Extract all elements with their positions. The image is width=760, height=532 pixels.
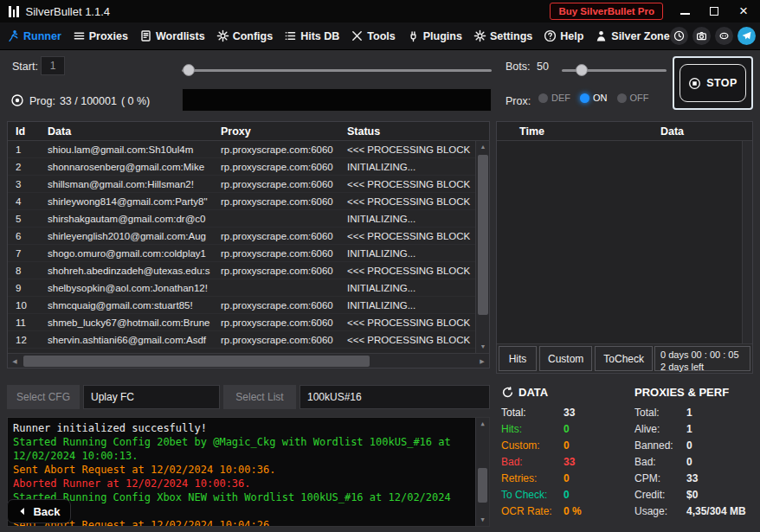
stat-row: Total:1 <box>634 404 756 420</box>
nav-item-wordlists[interactable]: Wordlists <box>139 29 205 42</box>
tab-hits[interactable]: Hits <box>499 346 537 371</box>
tabs-host: HitsCustomToCheck <box>497 344 654 373</box>
camera-button[interactable] <box>692 27 711 45</box>
slider-thumb[interactable] <box>183 64 195 76</box>
telegram-button[interactable] <box>737 27 756 45</box>
stop-icon <box>688 77 701 90</box>
start-input[interactable] <box>41 56 65 75</box>
scrollbar-thumb[interactable] <box>23 356 370 367</box>
proxies-icon <box>73 29 86 42</box>
stat-row: OCR Rate:0 % <box>501 503 629 519</box>
results-scrollbar[interactable] <box>742 141 752 343</box>
select-list-button[interactable]: Select List <box>223 385 296 409</box>
maximize-button[interactable] <box>706 4 722 18</box>
nav-item-hits-db[interactable]: Hits DB <box>284 29 339 42</box>
cell-status: <<< PROCESSING BLOCK <box>344 196 489 207</box>
log-lines: Runner initialized succesfully!Started R… <box>13 421 472 527</box>
cell-status: INITIALIZING... <box>344 214 489 224</box>
scroll-down-arrow[interactable]: ▼ <box>476 341 490 353</box>
stat-row: To Check:0 <box>501 486 629 503</box>
scroll-left-arrow[interactable]: ◀ <box>8 354 22 369</box>
start-slider[interactable] <box>182 64 492 76</box>
nav-item-runner[interactable]: Runner <box>7 29 61 42</box>
cell-proxy: rp.proxyscrape.com:6060 <box>217 300 344 311</box>
table-row[interactable]: 7shogo.omuro@gmail.com:coldplay1rp.proxy… <box>8 245 489 262</box>
table-row[interactable]: 5shirshakgautam@gmail.com:dr@c0INITIALIZ… <box>8 210 489 228</box>
scrollbar-thumb[interactable] <box>478 155 488 315</box>
back-button-label: Back <box>33 505 60 518</box>
data-stats: DATA Total:33Hits:0Custom:0Bad:33Retries… <box>501 386 629 519</box>
stat-label: Hits: <box>501 423 564 435</box>
slider-thumb[interactable] <box>576 64 588 76</box>
column-header-data: Data <box>41 125 217 138</box>
prox-option-off[interactable]: OFF <box>617 93 649 103</box>
radio-label: ON <box>593 93 608 103</box>
time-remaining: 2 days left <box>660 361 744 373</box>
list-value[interactable]: 100kUS#16 <box>299 385 490 409</box>
cell-data: shirshakgautam@gmail.com:dr@c0 <box>41 214 217 224</box>
scroll-up-arrow[interactable]: ▲ <box>476 141 490 153</box>
stat-value: 1 <box>686 407 692 419</box>
nav-item-configs[interactable]: Configs <box>216 29 274 42</box>
select-cfg-button[interactable]: Select CFG <box>7 385 80 409</box>
app-logo-icon <box>9 5 19 17</box>
cell-data: shohreh.abedinzadeh@utexas.edu:s <box>41 266 217 276</box>
nav-item-settings[interactable]: Settings <box>473 29 532 42</box>
table-row[interactable]: 1shiou.lam@gmail.com:Sh10ul4mrp.proxyscr… <box>8 141 489 158</box>
table-row[interactable]: 12shervin.ashtiani66@gmail.com:Asdfrp.pr… <box>8 331 489 349</box>
buy-pro-button[interactable]: Buy SilverBullet Pro <box>550 3 663 20</box>
table-row[interactable]: 4shirleywong814@gmail.com:Party8"rp.prox… <box>8 193 489 210</box>
cell-proxy: rp.proxyscrape.com:6060 <box>217 179 344 189</box>
discord-button[interactable] <box>715 27 733 45</box>
close-button[interactable]: × <box>736 7 751 16</box>
bots-slider[interactable] <box>562 64 667 76</box>
cell-data: shmcquaig@gmail.com:stuart85! <box>41 300 217 311</box>
table-row[interactable]: 3shillsman@gmail.com:Hillsman2!rp.proxys… <box>8 176 489 193</box>
tab-tocheck[interactable]: ToCheck <box>595 346 653 371</box>
runner-table: IdDataProxyStatus 1shiou.lam@gmail.com:S… <box>7 121 490 369</box>
nav-item-proxies[interactable]: Proxies <box>73 29 128 42</box>
nav-item-tools[interactable]: Tools <box>351 29 395 42</box>
prox-label: Prox: <box>506 95 531 107</box>
nav-item-help[interactable]: Help <box>544 29 583 42</box>
progress-bar <box>182 88 492 112</box>
table-row[interactable]: 2shonnarosenberg@gmail.com:Mikerp.proxys… <box>8 158 489 176</box>
prox-option-on[interactable]: ON <box>580 93 608 103</box>
back-button[interactable]: Back <box>7 499 71 523</box>
clock-button[interactable] <box>670 27 688 45</box>
table-row[interactable]: 6shirleyenglish2010@gmail.com:Augrp.prox… <box>8 228 489 245</box>
log-scrollbar[interactable]: ▲ ▼ <box>475 418 489 526</box>
stat-row: Hits:0 <box>501 420 629 437</box>
nav-item-silver-zone[interactable]: Silver Zone <box>595 29 669 42</box>
clock-icon <box>673 30 685 42</box>
table-row[interactable]: 11shmeb_lucky67@hotmail.com:Brunerp.prox… <box>8 314 489 331</box>
proxies-stats-rows: Total:1Alive:1Banned:0Bad:0CPM:33Credit:… <box>634 404 756 519</box>
cell-id: 11 <box>8 317 41 328</box>
table-row[interactable]: 10shmcquaig@gmail.com:stuart85!rp.proxys… <box>8 297 489 314</box>
cfg-value[interactable]: Uplay FC <box>83 385 220 409</box>
stat-label: Usage: <box>634 505 686 517</box>
stat-row: Credit:$0 <box>634 486 756 503</box>
horizontal-scrollbar[interactable]: ◀ ▶ <box>8 353 489 368</box>
stop-button[interactable]: STOP <box>679 64 746 102</box>
cell-data: shirleywong814@gmail.com:Party8" <box>41 196 217 207</box>
slider-track <box>182 69 492 72</box>
table-row[interactable]: 8shohreh.abedinzadeh@utexas.edu:srp.prox… <box>8 262 489 279</box>
tab-custom[interactable]: Custom <box>539 346 592 371</box>
prox-option-def[interactable]: DEF <box>538 93 570 103</box>
vertical-scrollbar[interactable]: ▲ ▼ <box>475 141 489 353</box>
stats-panel: DATA Total:33Hits:0Custom:0Bad:33Retries… <box>496 381 756 532</box>
scroll-right-arrow[interactable]: ▶ <box>475 354 489 369</box>
cell-id: 1 <box>8 144 41 155</box>
nav-items: RunnerProxiesWordlistsConfigsHits DBTool… <box>7 29 670 42</box>
stat-row: Bad:33 <box>501 453 629 470</box>
nav-item-plugins[interactable]: Plugins <box>407 29 462 42</box>
scroll-up-arrow[interactable]: ▲ <box>476 418 489 430</box>
stat-value: 0 <box>564 489 570 501</box>
minimize-button[interactable] <box>677 4 692 18</box>
table-row[interactable]: 9shelbysopkin@aol.com:Jonathan12!INITIAL… <box>8 279 489 297</box>
scrollbar-thumb[interactable] <box>478 468 487 503</box>
start-label: Start: <box>12 61 38 73</box>
scroll-down-arrow[interactable]: ▼ <box>476 514 489 526</box>
nav-item-label: Hits DB <box>300 30 339 42</box>
